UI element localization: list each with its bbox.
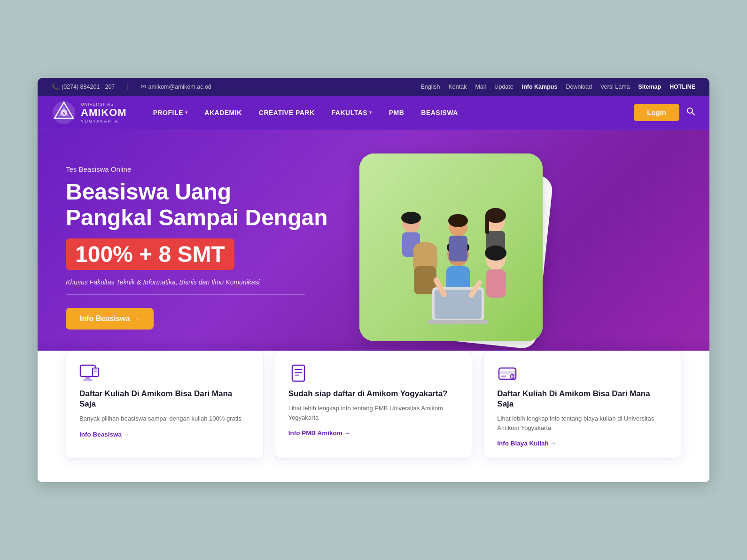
svg-point-13 <box>401 212 421 224</box>
hero-title-line1: Beasiswa Uang <box>66 179 348 205</box>
topbar-left: 📞 (0274) 884201 - 207 | ✉ amikom@amikom.… <box>52 83 421 90</box>
hero-highlight: 100% + 8 SMT <box>66 238 234 270</box>
svg-rect-33 <box>428 320 489 324</box>
card-payment-icon <box>497 364 518 382</box>
profile-chevron-icon: ▾ <box>185 110 188 115</box>
logo-amikom: AMIKOM <box>81 107 127 118</box>
card3-desc: Lihat lebih lengkap info tentang biaya k… <box>497 414 668 432</box>
topbar-english-link[interactable]: English <box>421 84 440 90</box>
nav-fakultas[interactable]: FAKULTAS ▾ <box>324 105 380 120</box>
svg-rect-48 <box>501 376 506 377</box>
hero-content: Tes Beasiswa Online Beasiswa Uang Pangka… <box>66 165 348 329</box>
hero-subtitle: Tes Beasiswa Online <box>66 165 348 173</box>
logo-text: UNIVERSITAS AMIKOM YOGYAKARTA <box>81 102 127 123</box>
card2-desc: Lihat lebih lengkap info tentang PMB Uni… <box>288 404 459 422</box>
navbar-logo[interactable]: A UNIVERSITAS AMIKOM YOGYAKARTA <box>52 100 127 125</box>
card2-icon-area <box>288 364 459 384</box>
svg-rect-37 <box>86 376 90 379</box>
svg-rect-40 <box>94 369 97 370</box>
nav-profile[interactable]: PROFILE ▾ <box>146 105 195 120</box>
topbar-divider: | <box>127 84 128 90</box>
nav-creative-park[interactable]: CREATIVE PARK <box>251 105 322 120</box>
svg-rect-38 <box>83 379 93 381</box>
logo-uni: UNIVERSITAS <box>81 102 127 107</box>
phone-icon: 📞 <box>52 83 59 90</box>
phone-number: (0274) 884201 - 207 <box>62 84 115 90</box>
card2-title: Sudah siap daftar di Amikom Yogyakarta? <box>288 389 459 399</box>
svg-rect-47 <box>499 371 516 374</box>
navbar: A UNIVERSITAS AMIKOM YOGYAKARTA PROFILE … <box>38 96 709 130</box>
hero-image-front-card <box>359 153 543 341</box>
cards-section: Daftar Kuliah Di Amikom Bisa Dari Mana S… <box>38 351 709 482</box>
card3-title: Daftar Kuliah Di Amikom Bisa Dari Mana S… <box>497 389 668 409</box>
card3-icon-area <box>497 364 668 384</box>
svg-rect-27 <box>486 269 506 298</box>
nav-pmb[interactable]: PMB <box>381 105 412 120</box>
search-icon <box>686 107 695 116</box>
hero-title-line2: Pangkal Sampai Dengan <box>66 205 348 230</box>
topbar-sitemap-link[interactable]: Sitemap <box>638 84 661 90</box>
card-biaya: Daftar Kuliah Di Amikom Bisa Dari Mana S… <box>483 351 681 459</box>
topbar-kontak-link[interactable]: Kontak <box>449 84 467 90</box>
svg-text:A: A <box>62 111 65 115</box>
document-icon <box>288 364 309 382</box>
email-address: amikom@amikom.ac.od <box>148 84 211 90</box>
svg-rect-41 <box>94 371 97 372</box>
card1-desc: Banyak pilihan beasiswa sampai dengan ku… <box>79 414 250 423</box>
card1-icon-area <box>79 364 250 384</box>
topbar-mail-link[interactable]: Mail <box>475 84 486 90</box>
amikom-logo-icon: A <box>52 100 76 125</box>
info-biaya-card-link[interactable]: Info Biaya Kuliah → <box>497 440 668 447</box>
nav-beasiswa[interactable]: BEASISWA <box>413 105 466 120</box>
card1-title: Daftar Kuliah Di Amikom Bisa Dari Mana S… <box>79 389 250 409</box>
card-pmb: Sudah siap daftar di Amikom Yogyakarta? … <box>275 351 473 459</box>
navbar-nav: PROFILE ▾ AKADEMIK CREATIVE PARK FAKULTA… <box>146 105 634 120</box>
topbar-hotline-link[interactable]: HOTLINE <box>669 84 695 90</box>
info-beasiswa-hero-button[interactable]: Info Beasiswa → <box>66 308 154 330</box>
browser-window: 📞 (0274) 884201 - 207 | ✉ amikom@amikom.… <box>38 78 709 482</box>
topbar-download-link[interactable]: Download <box>566 84 592 90</box>
topbar-update-link[interactable]: Update <box>494 84 513 90</box>
hero-title: Beasiswa Uang Pangkal Sampai Dengan <box>66 179 348 230</box>
navbar-actions: Login <box>634 104 695 121</box>
hero-description: Khusus Fakultas Teknik & Informatika, Bi… <box>66 278 348 286</box>
svg-rect-42 <box>292 365 304 381</box>
topbar-right: English Kontak Mail Update Info Kampus D… <box>421 84 695 90</box>
topbar: 📞 (0274) 884201 - 207 | ✉ amikom@amikom.… <box>38 78 709 96</box>
fakultas-chevron-icon: ▾ <box>369 110 372 115</box>
monitor-icon <box>79 364 100 382</box>
info-pmb-card-link[interactable]: Info PMB Amikom → <box>288 430 459 437</box>
svg-rect-10 <box>485 215 489 234</box>
svg-line-6 <box>692 113 694 115</box>
topbar-versilama-link[interactable]: Versi Lama <box>600 84 630 90</box>
email-contact: ✉ amikom@amikom.ac.od <box>141 83 211 90</box>
logo-yogya: YOGYAKARTA <box>81 119 127 123</box>
info-beasiswa-card-link[interactable]: Info Beasiswa → <box>79 431 250 438</box>
hero-image-area <box>348 153 554 341</box>
nav-akademik[interactable]: AKADEMIK <box>197 105 249 120</box>
phone-contact: 📞 (0274) 884201 - 207 <box>52 83 115 90</box>
svg-point-30 <box>448 214 468 227</box>
students-illustration <box>359 172 543 341</box>
hero-divider <box>66 294 305 295</box>
svg-rect-29 <box>449 236 467 261</box>
topbar-infokampus-link[interactable]: Info Kampus <box>522 84 558 90</box>
card-beasiswa: Daftar Kuliah Di Amikom Bisa Dari Mana S… <box>66 351 264 459</box>
email-icon: ✉ <box>141 83 146 90</box>
hero-section: Tes Beasiswa Online Beasiswa Uang Pangka… <box>38 130 709 374</box>
cards-grid: Daftar Kuliah Di Amikom Bisa Dari Mana S… <box>66 351 681 459</box>
svg-point-26 <box>485 245 506 261</box>
login-button[interactable]: Login <box>634 104 679 121</box>
search-icon-button[interactable] <box>686 107 695 118</box>
